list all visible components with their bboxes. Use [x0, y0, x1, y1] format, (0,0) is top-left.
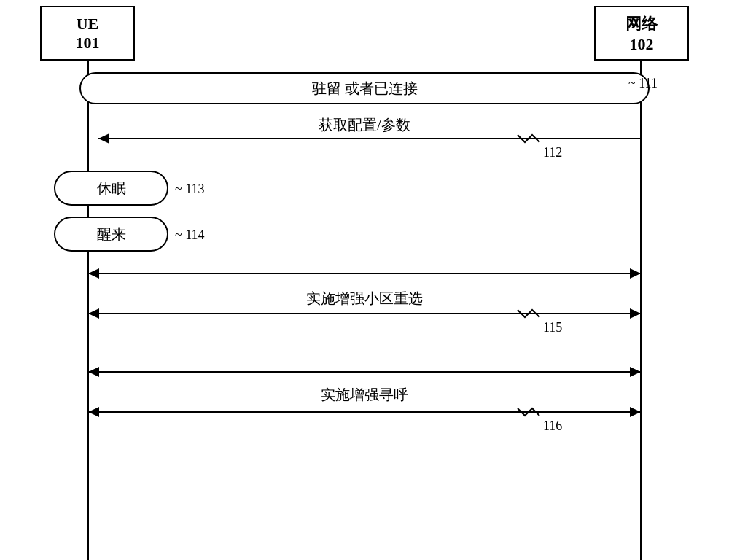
- diagram-svg: 驻留 或者已连接 ~ 111 获取配置/参数 112 休眠 ~ 113 醒来 ~…: [0, 0, 729, 560]
- svg-marker-9: [630, 308, 641, 319]
- svg-marker-6: [630, 268, 641, 279]
- zigzag-112: [518, 135, 539, 142]
- ref-111: ~ 111: [628, 76, 658, 90]
- paging-label: 实施增强寻呼: [321, 386, 408, 402]
- get-config-label: 获取配置/参数: [319, 117, 410, 133]
- ref-115: 115: [543, 320, 562, 335]
- wake-label: 醒来: [97, 226, 126, 242]
- zigzag-116: [518, 408, 539, 416]
- zigzag-115: [518, 310, 539, 317]
- svg-marker-8: [88, 308, 99, 319]
- ref-112: 112: [543, 145, 562, 160]
- svg-marker-12: [630, 367, 641, 377]
- svg-marker-15: [630, 407, 641, 417]
- sleep-label: 休眠: [97, 180, 126, 196]
- ref-113: ~ 113: [175, 182, 205, 196]
- svg-marker-5: [88, 268, 99, 279]
- get-config-arrowhead: [98, 133, 109, 144]
- ref-114: ~ 114: [175, 228, 205, 242]
- pill-label: 驻留 或者已连接: [312, 80, 418, 96]
- svg-marker-14: [88, 407, 99, 417]
- svg-marker-11: [88, 367, 99, 377]
- cell-resel-label: 实施增强小区重选: [306, 290, 423, 306]
- ref-116: 116: [543, 419, 562, 433]
- diagram: UE 101 网络 102 驻留 或者已连接 ~ 111 获取配置/参数 112…: [0, 0, 729, 560]
